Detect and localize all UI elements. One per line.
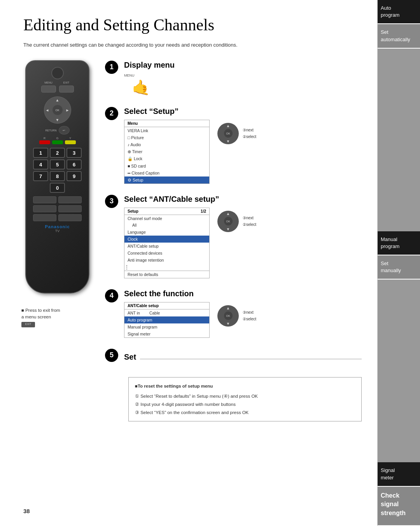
remote-brand: Panasonic <box>26 224 89 229</box>
remote-misc-btns <box>26 196 89 221</box>
step-3-nav-labels: ③next ②select <box>243 216 256 227</box>
btn-6: 6 <box>66 159 82 170</box>
step-2-menu-area: Menu VIERA Link □ Picture ♪ Audio ⊕ Time… <box>124 120 362 184</box>
menu-ant-cable: ANT/Cable setup <box>124 243 209 250</box>
step-2-title: Select “Setup” <box>124 107 362 116</box>
press-exit-note: ■ Press to exit from a menu screen EXIT <box>21 307 60 327</box>
step-4-menu-box: ANT/Cable setup ANT in Cable Auto progra… <box>124 302 210 338</box>
sidebar-signal-title2: meter <box>381 475 394 481</box>
step-1-row: 1 Display menu MENU 🤙 <box>105 61 362 96</box>
step-2-nav-circle: ▲ ▼ OK <box>217 123 239 144</box>
step-4-nav-diagram: ▲ ▼ OK ③next ②select <box>217 305 256 327</box>
btn-2: 2 <box>50 148 65 158</box>
step-2-row: 2 Select “Setup” Menu VIERA Link □ Pictu… <box>105 107 362 184</box>
step-4-select-label: ②select <box>243 317 256 321</box>
misc-btn-5 <box>33 214 56 221</box>
sidebar-manual-program[interactable]: Manual program <box>378 231 420 255</box>
sidebar-signal-meter[interactable]: Signal meter <box>378 462 420 486</box>
step-3-page: 1/2 <box>201 209 206 213</box>
sidebar-manual-sub1: Set <box>381 260 388 266</box>
btn-9: 9 <box>66 171 82 181</box>
reset-info-item-3: ③ Select “YES” on the confirmation scree… <box>135 409 355 417</box>
step-3-menu-area: Setup 1/2 Channel surf mode All Language… <box>124 208 362 278</box>
sidebar-signal-title1: Signal <box>381 467 395 473</box>
step-4-title: Select the function <box>124 289 362 298</box>
menu-ant-in: ANT in Cable <box>124 309 209 316</box>
menu-closed-caption: ▪▪ Closed Caption <box>124 170 209 176</box>
page-number: 38 <box>23 508 30 514</box>
menu-reset: Reset to defaults <box>124 271 209 278</box>
step-5-title: Set <box>124 353 136 362</box>
btn-1: 1 <box>33 148 48 158</box>
misc-btn-3 <box>33 205 56 212</box>
sidebar-auto-title2: program <box>381 12 399 18</box>
step-4-row: 4 Select the function ANT/Cable setup AN… <box>105 289 362 338</box>
step-2-nav-diagram: ▲ ▼ OK ③next ②select <box>217 123 256 144</box>
dpad-right: ► <box>66 108 70 112</box>
step-2-content: Select “Setup” Menu VIERA Link □ Picture… <box>124 107 362 184</box>
sidebar-signal-label: Signal meter <box>381 467 417 481</box>
reset-info-item-1: ① Select “Reset to defaults” in Setup me… <box>135 392 355 400</box>
menu-anti-image: Anti image retention <box>124 257 209 264</box>
sidebar-signal-sub1: Check <box>381 491 417 500</box>
menu-channel-surf: Channel surf mode <box>124 215 209 222</box>
sidebar-gray-spacer-1 <box>378 49 420 231</box>
exit-btn <box>59 86 74 93</box>
menu-ellipsis: ⋮ <box>124 264 209 271</box>
step-3-title: Select “ANT/Cable setup” <box>124 195 362 204</box>
step-1-content: Display menu MENU 🤙 <box>124 61 362 96</box>
step-4-nav: ▲ ▼ OK ③next ②select <box>217 302 256 327</box>
menu-auto-prog: Auto program <box>124 316 209 323</box>
sidebar-manual-title1: Manual <box>381 236 397 242</box>
step-2-nav-circle-wrap: ▲ ▼ OK <box>217 123 239 144</box>
sidebar-gray-spacer-2 <box>378 280 420 462</box>
menu-setup-selected: ⚙ Setup <box>124 176 209 183</box>
step-5-content: Set <box>124 349 362 365</box>
dpad-up: ▲ <box>56 98 60 102</box>
step-4-next-label: ③next <box>243 310 256 315</box>
step-5-circle: 5 <box>105 349 118 362</box>
remote-control: MENU EXIT ▲ ▼ ◄ ► OK <box>21 60 93 309</box>
nav3-down: ▼ <box>226 227 230 231</box>
reset-info-box: ■To reset the settings of setup menu ① S… <box>128 377 362 422</box>
menu-connected: Connected devices <box>124 250 209 257</box>
step-5-row: 5 Set <box>105 349 362 365</box>
sidebar-auto-program[interactable]: Auto program <box>378 0 420 24</box>
step-3-content: Select “ANT/Cable setup” Setup 1/2 Chann… <box>124 195 362 278</box>
press-exit-line1: ■ Press to exit from <box>21 308 60 313</box>
page-title: Editing and Setting Channels <box>23 16 362 34</box>
step-4-circle: 4 <box>105 289 118 302</box>
misc-btn-2 <box>58 196 82 203</box>
step-4-nav-circle: ▲ ▼ OK <box>217 305 239 327</box>
step-4-menu: ANT/Cable setup ANT in Cable Auto progra… <box>124 302 210 338</box>
menu-btn <box>41 86 56 93</box>
step-4-menu-area: ANT/Cable setup ANT in Cable Auto progra… <box>124 302 362 338</box>
nav4-down: ▼ <box>226 322 230 326</box>
step-3-menu: Setup 1/2 Channel surf mode All Language… <box>124 208 210 278</box>
sidebar-auto-sub: Set automatically <box>378 24 420 48</box>
remote-power-btn <box>51 67 64 79</box>
sidebar-auto-title1: Auto <box>381 5 391 11</box>
step-4-nav-labels: ③next ②select <box>243 310 256 321</box>
step-1-menu-label: MENU <box>124 73 362 77</box>
menu-cable: Cable <box>149 311 160 315</box>
menu-signal-meter: Signal meter <box>124 330 209 337</box>
step-3-menu-box: Setup 1/2 Channel surf mode All Language… <box>124 208 210 278</box>
dpad-down: ▼ <box>56 118 60 122</box>
step-4-content: Select the function ANT/Cable setup ANT … <box>124 289 362 338</box>
step-5-line-bar <box>140 359 362 359</box>
sidebar-auto-sub1: Set <box>381 29 388 35</box>
nav-up: ▲ <box>226 124 230 128</box>
step-2-circle: 2 <box>105 107 118 120</box>
menu-channel-surf-label: Channel surf mode <box>128 216 162 221</box>
nav3-up: ▲ <box>226 211 230 216</box>
btn-3: 3 <box>66 148 82 158</box>
remote-top-buttons <box>26 86 89 94</box>
step-2-menu-box: Menu VIERA Link □ Picture ♪ Audio ⊕ Time… <box>124 120 210 184</box>
menu-channel-all: All <box>124 222 209 229</box>
step-3-nav-circle-wrap: ▲ ▼ OK <box>217 211 239 232</box>
reset-info-item-2: ② Input your 4-digit password with numbe… <box>135 400 355 409</box>
nav-down: ▼ <box>226 139 230 143</box>
menu-viera-link: VIERA Link <box>124 127 209 134</box>
misc-btn-1 <box>33 196 56 203</box>
